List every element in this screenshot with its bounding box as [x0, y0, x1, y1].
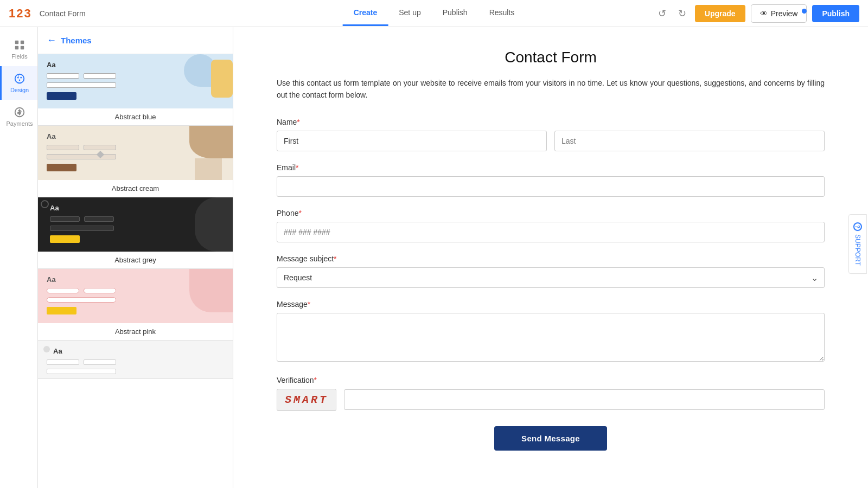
- palette-icon: [14, 73, 25, 85]
- support-label: SUPPORT: [854, 234, 861, 266]
- preview-wrapper: 👁 Preview: [751, 4, 807, 23]
- svg-rect-3: [21, 46, 24, 49]
- svg-rect-2: [15, 46, 18, 49]
- main-layout: Fields Design Payments ← Themes: [0, 27, 868, 488]
- notification-dot: [802, 9, 807, 14]
- nav-right: ↺ ↻ Upgrade 👁 Preview Publish: [655, 4, 859, 23]
- grid-icon: [14, 39, 25, 51]
- input-email[interactable]: [277, 176, 825, 197]
- theme-preview-cream: Aa: [38, 126, 233, 180]
- theme-name-grey: Abstract grey: [38, 252, 233, 268]
- captcha-image: SMART: [277, 389, 336, 411]
- select-wrapper-subject: Request Question Suggestion Complaint Ot…: [277, 267, 825, 288]
- name-row: [277, 131, 825, 151]
- required-star-verification: *: [314, 376, 316, 384]
- input-first-name[interactable]: [277, 131, 547, 151]
- back-arrow-icon[interactable]: ←: [47, 35, 56, 46]
- preview-button[interactable]: 👁 Preview: [751, 4, 807, 23]
- sidebar-item-design[interactable]: Design: [0, 66, 37, 100]
- redo-button[interactable]: ↻: [675, 5, 690, 22]
- label-email: Email*: [277, 163, 825, 172]
- tab-setup[interactable]: Set up: [388, 1, 431, 26]
- required-star-name: *: [297, 118, 299, 126]
- form-title: Contact Form: [277, 49, 825, 66]
- theme-card-abstract-pink[interactable]: Aa Abstract pink: [38, 269, 233, 341]
- required-star-phone: *: [298, 209, 301, 217]
- form-description: Use this contact us form template on you…: [277, 77, 825, 101]
- nav-tabs: Create Set up Publish Results: [343, 1, 526, 26]
- support-circle-icon: ?: [853, 222, 862, 231]
- theme-preview-white: Aa: [38, 341, 233, 378]
- themes-sidebar: ← Themes Aa Abstract blue: [38, 27, 233, 488]
- verification-row: SMART: [277, 389, 825, 411]
- eye-icon: 👁: [760, 9, 768, 18]
- upgrade-button[interactable]: Upgrade: [695, 5, 745, 22]
- publish-button[interactable]: Publish: [812, 5, 859, 22]
- svg-rect-0: [15, 41, 18, 44]
- sidebar-label-payments: Payments: [7, 120, 33, 127]
- label-phone: Phone*: [277, 209, 825, 217]
- tab-create[interactable]: Create: [343, 1, 388, 26]
- form-field-verification: Verification* SMART: [277, 376, 825, 411]
- app-logo: 123: [9, 7, 31, 21]
- required-star-email: *: [296, 163, 298, 172]
- icon-sidebar: Fields Design Payments: [0, 27, 38, 488]
- input-phone[interactable]: [277, 222, 825, 242]
- tab-publish[interactable]: Publish: [432, 1, 478, 26]
- form-field-subject: Message subject* Request Question Sugges…: [277, 254, 825, 288]
- theme-preview-blue: Aa: [38, 54, 233, 108]
- input-captcha[interactable]: [344, 389, 825, 410]
- themes-header: ← Themes: [38, 27, 233, 54]
- top-nav: 123 Contact Form Create Set up Publish R…: [0, 0, 868, 27]
- theme-card-abstract-grey[interactable]: Aa Abstract grey: [38, 197, 233, 269]
- textarea-message[interactable]: [277, 313, 825, 362]
- label-message: Message*: [277, 300, 825, 309]
- theme-preview-grey: Aa: [38, 197, 233, 252]
- dollar-icon: [14, 106, 25, 118]
- theme-preview-pink: Aa: [38, 269, 233, 323]
- theme-name-cream: Abstract cream: [38, 180, 233, 197]
- form-field-message: Message*: [277, 300, 825, 364]
- theme-name-blue: Abstract blue: [38, 108, 233, 125]
- svg-point-7: [19, 79, 21, 81]
- sidebar-item-fields[interactable]: Fields: [0, 33, 37, 66]
- sidebar-label-fields: Fields: [11, 53, 27, 60]
- svg-point-6: [20, 77, 22, 79]
- required-star-message: *: [308, 300, 310, 309]
- theme-card-abstract-blue[interactable]: Aa Abstract blue: [38, 54, 233, 126]
- support-tab[interactable]: ? SUPPORT: [848, 214, 867, 274]
- label-subject: Message subject*: [277, 254, 825, 263]
- label-verification: Verification*: [277, 376, 825, 384]
- theme-card-abstract-cream[interactable]: Aa Abstract cream: [38, 126, 233, 197]
- app-title: Contact Form: [40, 9, 86, 18]
- form-field-phone: Phone*: [277, 209, 825, 242]
- required-star-subject: *: [334, 254, 336, 263]
- tab-results[interactable]: Results: [478, 1, 526, 26]
- input-last-name[interactable]: [554, 131, 825, 151]
- form-field-name: Name*: [277, 118, 825, 151]
- svg-rect-1: [21, 41, 24, 44]
- sidebar-label-design: Design: [10, 87, 29, 93]
- select-subject[interactable]: Request Question Suggestion Complaint Ot…: [277, 267, 825, 288]
- svg-point-4: [15, 74, 24, 84]
- form-area: Contact Form Use this contact us form te…: [233, 27, 868, 488]
- label-name: Name*: [277, 118, 825, 126]
- send-message-button[interactable]: Send Message: [494, 426, 607, 451]
- themes-title: Themes: [61, 36, 92, 45]
- theme-card-abstract-white[interactable]: Aa: [38, 341, 233, 379]
- sidebar-item-payments[interactable]: Payments: [0, 100, 37, 133]
- form-field-email: Email*: [277, 163, 825, 197]
- undo-button[interactable]: ↺: [655, 5, 669, 22]
- theme-name-pink: Abstract pink: [38, 323, 233, 340]
